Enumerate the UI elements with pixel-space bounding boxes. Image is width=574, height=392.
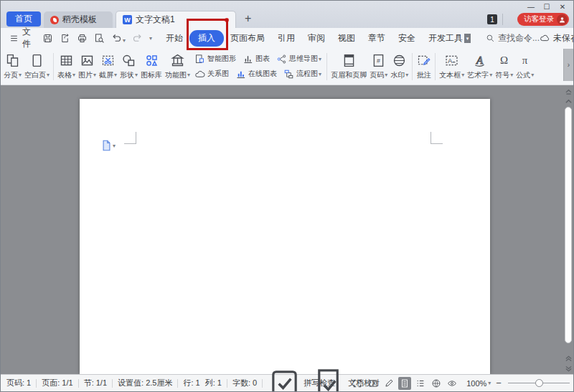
- ribbon-group-divider: [53, 53, 54, 80]
- picture-button[interactable]: 图片▾: [77, 49, 98, 85]
- ribbon-stack-group: 智能图形图表思维导图▾关系图在线图表流程图▾: [192, 54, 324, 80]
- blank-page-button[interactable]: 空白页▾: [23, 49, 51, 85]
- chevron-down-icon: ▾: [319, 56, 321, 62]
- symbol-label: 符号▾: [495, 70, 513, 80]
- tab-docer-template[interactable]: 稻壳模板: [44, 11, 113, 28]
- notification-badge[interactable]: 1: [487, 14, 497, 24]
- status-页码[interactable]: 页码: 1: [6, 378, 31, 388]
- fullscreen-view-button[interactable]: [351, 377, 364, 390]
- flowchart-button[interactable]: 流程图▾: [283, 69, 321, 80]
- screenshot-button[interactable]: 截屏▾: [98, 49, 118, 85]
- guest-login-button[interactable]: 访客登录: [517, 13, 569, 26]
- menu-item-page-layout[interactable]: 页面布局: [224, 30, 271, 47]
- margin-mark-top-left: [124, 132, 136, 144]
- menu-item-security[interactable]: 安全: [392, 30, 422, 47]
- scroll-up-icon[interactable]: [564, 97, 573, 105]
- menu-item-start[interactable]: 开始: [159, 30, 189, 47]
- file-menu-button[interactable]: 文件: [6, 26, 34, 50]
- shapes-button[interactable]: 形状▾: [118, 49, 139, 85]
- zoom-level-button[interactable]: 100% ▾: [466, 379, 491, 388]
- status-设置值[interactable]: 设置值: 2.5厘米: [118, 378, 172, 388]
- tab-document-active[interactable]: W 文字文稿1: [116, 11, 236, 28]
- page-break-label: 分页▾: [4, 70, 22, 80]
- status-页面[interactable]: 页面: 1/1: [42, 378, 72, 388]
- blank-page-icon: [29, 53, 44, 68]
- function-diagram-button[interactable]: 功能图▾: [164, 49, 192, 85]
- ribbon-expand-button[interactable]: ›: [563, 49, 573, 81]
- header-footer-button[interactable]: 页眉和页脚: [329, 49, 368, 85]
- zoom-out-button[interactable]: −: [496, 378, 502, 388]
- redo-button[interactable]: [132, 33, 143, 44]
- minimize-icon[interactable]: —: [523, 1, 539, 12]
- svg-text:#: #: [377, 57, 380, 64]
- chevron-down-icon: ▾: [123, 37, 126, 44]
- zoom-slider[interactable]: [508, 383, 570, 383]
- print-button[interactable]: [77, 33, 88, 44]
- qat-more-button[interactable]: ▾: [149, 35, 152, 42]
- menu-item-references[interactable]: 引用: [271, 30, 301, 47]
- save-button[interactable]: [42, 33, 53, 44]
- wps-doc-icon: W: [123, 15, 132, 24]
- menu-item-insert[interactable]: 插入: [189, 30, 224, 47]
- vertical-scrollbar[interactable]: [563, 85, 573, 374]
- eye-protection-view-button[interactable]: [446, 377, 458, 390]
- table-icon: [59, 53, 74, 68]
- wordart-button[interactable]: A艺术字▾: [466, 49, 494, 85]
- export-button[interactable]: [60, 33, 70, 44]
- command-search[interactable]: 查找命令...: [486, 32, 540, 44]
- table-button[interactable]: 表格▾: [56, 49, 77, 85]
- page-break-button[interactable]: 分页▾: [2, 49, 23, 85]
- online-chart-button[interactable]: 在线图表: [235, 69, 277, 80]
- chevron-down-icon: ▾: [510, 72, 513, 78]
- chevron-down-icon: ▾: [531, 72, 534, 78]
- menu-item-section[interactable]: 章节: [362, 30, 392, 47]
- dev-tools-expand-icon[interactable]: ▾: [464, 34, 471, 43]
- close-icon[interactable]: ✕: [555, 1, 570, 12]
- status-列[interactable]: 列: 1: [205, 378, 222, 388]
- icon-library-button[interactable]: 图标库: [139, 49, 164, 85]
- margin-mark-top-right: [430, 132, 443, 144]
- formula-button[interactable]: π公式▾: [514, 49, 535, 85]
- text-box-button[interactable]: A文本框▾: [438, 49, 466, 85]
- ink-view-button[interactable]: [382, 377, 395, 390]
- web-layout-view-button[interactable]: [430, 377, 443, 390]
- zoom-slider-knob[interactable]: [535, 379, 543, 387]
- comment-button[interactable]: 批注: [415, 49, 433, 85]
- status-separator: [227, 379, 227, 388]
- ribbon-group-0: 分页▾空白页▾: [2, 48, 51, 85]
- undo-button[interactable]: ▾: [111, 33, 126, 44]
- menu-item-view[interactable]: 视图: [331, 30, 362, 47]
- relation-diagram-button[interactable]: 关系图: [194, 69, 229, 80]
- status-文档校对[interactable]: 文档校对: [312, 366, 346, 392]
- status-字数[interactable]: 字数: 0: [232, 378, 257, 388]
- print-preview-button[interactable]: [94, 33, 105, 44]
- home-tab-button[interactable]: 首页: [6, 11, 41, 27]
- print-layout-view-button[interactable]: [398, 377, 411, 390]
- outline-view-view-button[interactable]: [414, 377, 427, 390]
- maximize-icon[interactable]: ☐: [539, 1, 555, 12]
- function-diagram-label: 功能图▾: [165, 70, 190, 80]
- scrollbar-thumb[interactable]: [565, 107, 572, 343]
- read-layout-view-button[interactable]: [367, 377, 380, 390]
- chevron-down-icon: ▾: [19, 72, 22, 78]
- document-page[interactable]: ▾: [80, 99, 490, 374]
- status-节[interactable]: 节: 1/1: [84, 378, 107, 388]
- menu-item-review[interactable]: 审阅: [301, 30, 331, 47]
- status-拼写检查[interactable]: 拼写检查: [268, 366, 301, 392]
- scroll-prev-object-icon[interactable]: [564, 87, 573, 95]
- next-page-button[interactable]: [564, 364, 573, 373]
- watermark-button[interactable]: 水印▾: [389, 49, 410, 85]
- quick-insert-tool[interactable]: ▾: [102, 140, 116, 151]
- menu-item-dev-tools[interactable]: 开发工具▾: [422, 30, 477, 47]
- smart-graphic-button[interactable]: 智能图形: [194, 54, 236, 64]
- status-行[interactable]: 行: 1: [183, 378, 199, 388]
- new-tab-button[interactable]: +: [245, 12, 251, 25]
- mindmap-button[interactable]: 思维导图▾: [276, 54, 321, 64]
- save-status-button[interactable]: 未保存 ▾: [540, 32, 574, 44]
- page-number-button[interactable]: #页码▾: [368, 49, 389, 85]
- symbol-button[interactable]: Ω符号▾: [494, 49, 514, 85]
- chart-button[interactable]: 图表: [243, 54, 270, 64]
- previous-page-button[interactable]: [564, 354, 573, 363]
- relation-diagram-label: 关系图: [207, 69, 229, 79]
- save-status-label: 未保存: [553, 32, 574, 44]
